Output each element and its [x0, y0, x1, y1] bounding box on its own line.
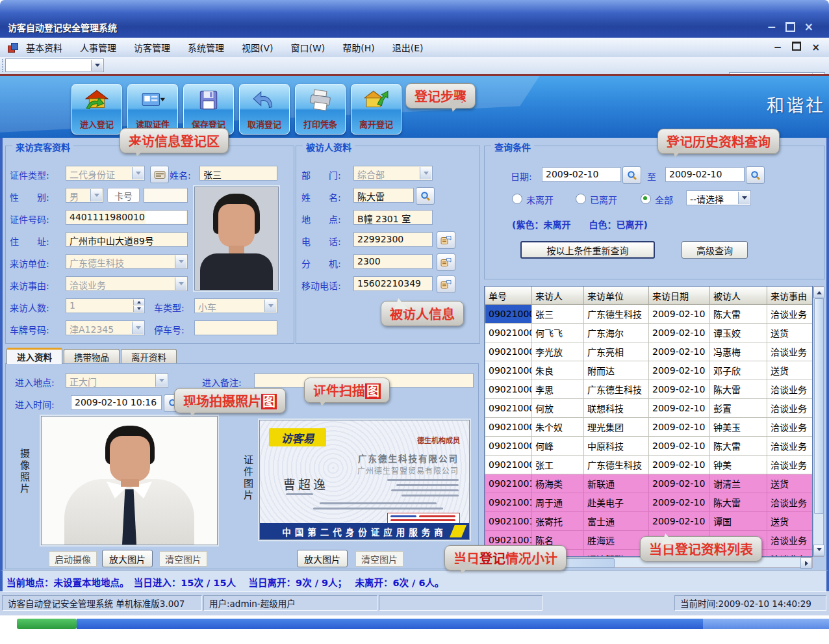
spin-down-icon[interactable]	[133, 306, 144, 312]
vscroll-thumb[interactable]	[814, 298, 824, 514]
date-from-picker-button[interactable]	[622, 166, 641, 184]
visited-name-input[interactable]: 陈大雷	[353, 188, 414, 203]
requery-button[interactable]: 按以上条件重新查询	[520, 241, 655, 259]
menu-visitor[interactable]: 访客管理	[134, 41, 170, 54]
radio-not-left[interactable]	[512, 194, 522, 204]
cert-no-input[interactable]: 4401111980010	[66, 210, 188, 225]
col-header[interactable]: 来访日期	[649, 287, 710, 305]
cancel-register-button[interactable]: 取消登记	[239, 84, 290, 135]
entry-time-input[interactable]: 2009-02-10 10:16	[71, 395, 162, 410]
date-from-input[interactable]: 2009-02-10	[542, 167, 621, 182]
table-row[interactable]: 090210003李光放广东亮相2009-02-10冯惠梅洽谈业务	[485, 342, 813, 361]
radio-left[interactable]	[576, 194, 586, 204]
start-camera-button[interactable]: 启动摄像	[49, 551, 97, 567]
idcard-company2: 广州德生智盟贸易有限公司	[357, 465, 459, 476]
printer-icon	[308, 89, 333, 111]
col-header[interactable]: 来访事由	[767, 287, 813, 305]
chevron-down-icon[interactable]	[91, 60, 103, 71]
col-header[interactable]: 来访单位	[584, 287, 649, 305]
dept-select[interactable]: 综合部	[353, 166, 433, 181]
table-row[interactable]: 090210005李思广东德生科技2009-02-10陈大雷洽谈业务	[485, 380, 813, 399]
read-id-button[interactable]: 读取证件	[127, 84, 178, 135]
card-reader-button[interactable]	[150, 166, 169, 183]
tel-input[interactable]: 22992300	[353, 232, 433, 247]
reason-select[interactable]: 洽谈业务	[66, 276, 188, 291]
mdi-close-icon[interactable]: ×	[811, 42, 820, 53]
scroll-right-icon[interactable]	[800, 558, 812, 569]
table-row[interactable]: 090210006何放联想科技2009-02-10彭置洽谈业务	[485, 399, 813, 418]
table-row[interactable]: 090210009张工广东德生科技2009-02-10钟美洽谈业务	[485, 456, 813, 474]
company-select[interactable]: 广东德生科技	[66, 254, 188, 269]
chevron-down-icon	[90, 189, 102, 201]
date-to-input[interactable]: 2009-02-10	[665, 167, 745, 182]
status-time: 当前时间:2009-02-10 14:40:29	[674, 595, 826, 611]
save-register-button[interactable]: 保存登记	[183, 84, 234, 135]
menu-hr[interactable]: 人事管理	[80, 41, 116, 54]
cert-type-select[interactable]: 二代身份证	[66, 166, 145, 181]
tab-entry-info[interactable]: 进入资料	[6, 348, 62, 364]
date-to-picker-button[interactable]	[746, 166, 765, 184]
id-scan-label: 证件图片	[241, 455, 255, 502]
quick-combo[interactable]	[5, 58, 104, 72]
mobile-input[interactable]: 15602210349	[353, 276, 433, 291]
scroll-up-icon[interactable]	[813, 287, 824, 298]
clear-photo-button[interactable]: 清空图片	[159, 551, 207, 567]
radio-all[interactable]	[641, 194, 651, 204]
table-row[interactable]: 090210001张三广东德生科技2009-02-10陈大雷洽谈业务	[485, 305, 813, 324]
mdi-restore-icon[interactable]	[792, 42, 801, 51]
card-no-button[interactable]: 卡号	[107, 188, 140, 203]
table-row[interactable]: 090210004朱良附而达2009-02-10邓子欣送货	[485, 361, 813, 380]
mdi-minimize-icon[interactable]: −	[774, 42, 782, 53]
table-row[interactable]: 090210012张寄托富士通2009-02-10谭国送货	[485, 512, 813, 531]
col-header[interactable]: 被访人	[710, 287, 767, 305]
scroll-down-icon[interactable]	[813, 545, 824, 556]
enter-register-button[interactable]: 进入登记	[71, 84, 122, 135]
card-no-input[interactable]	[144, 188, 188, 203]
cert-no-blur-patch	[146, 211, 186, 224]
call-ext-button[interactable]	[437, 253, 455, 271]
chevron-down-icon	[175, 277, 186, 290]
count-spinner[interactable]: 1	[66, 298, 145, 313]
car-type-select[interactable]: 小车	[194, 298, 277, 313]
advanced-query-button[interactable]: 高级查询	[682, 241, 748, 259]
tab-carried-items[interactable]: 携带物品	[64, 349, 120, 364]
query-select[interactable]: --请选择	[686, 190, 751, 205]
zoom-scan-button[interactable]: 放大图片	[297, 550, 348, 567]
visitor-name-input[interactable]: 张三	[199, 166, 277, 181]
print-slip-button[interactable]: 打印凭条	[295, 84, 346, 135]
zoom-photo-button[interactable]: 放大图片	[102, 550, 153, 567]
loc-input[interactable]: B幢 2301 室	[353, 210, 433, 225]
spin-up-icon[interactable]	[133, 300, 144, 305]
col-header[interactable]: 单号	[485, 287, 532, 305]
menu-help[interactable]: 帮助(H)	[342, 41, 374, 54]
tab-leave-info[interactable]: 离开资料	[121, 349, 177, 364]
table-row[interactable]: 090210011周于通赴美电子2009-02-10陈大雷洽谈业务	[485, 493, 813, 512]
menu-window[interactable]: 窗口(W)	[291, 41, 325, 54]
park-input[interactable]	[194, 320, 277, 335]
chevron-down-icon	[175, 255, 186, 268]
col-header[interactable]: 来访人	[532, 287, 584, 305]
table-row[interactable]: 090210010杨海类新联通2009-02-10谢清兰送货	[485, 474, 813, 493]
gender-select[interactable]: 男	[66, 188, 103, 203]
minimize-icon[interactable]: −	[767, 20, 776, 33]
chevron-down-icon	[420, 167, 431, 179]
table-row[interactable]: 090210007朱个奴理光集团2009-02-10钟美玉洽谈业务	[485, 418, 813, 437]
menu-exit[interactable]: 退出(E)	[392, 41, 424, 54]
menu-basic-data[interactable]: 基本资料	[26, 41, 62, 54]
close-icon[interactable]: ×	[804, 20, 813, 33]
call-mobile-button[interactable]	[437, 276, 455, 293]
menu-system[interactable]: 系统管理	[188, 41, 224, 54]
addr-input[interactable]: 广州市中山大道89号	[66, 232, 188, 247]
plate-select[interactable]: 津A12345	[66, 320, 145, 335]
menu-view[interactable]: 视图(V)	[242, 41, 274, 54]
search-person-button[interactable]	[416, 187, 435, 205]
ext-input[interactable]: 2300	[353, 254, 433, 269]
table-row[interactable]: 090210002何飞飞广东海尔2009-02-10谭玉姣送货	[485, 324, 813, 342]
restore-icon[interactable]	[785, 22, 795, 32]
entry-loc-select[interactable]: 正大门	[66, 373, 168, 388]
table-vscrollbar[interactable]	[813, 286, 824, 557]
leave-register-button[interactable]: 离开登记	[351, 84, 402, 135]
clear-scan-button[interactable]: 清空图片	[355, 551, 403, 567]
call-tel-button[interactable]	[437, 231, 455, 249]
table-row[interactable]: 090210008何峰中原科技2009-02-10陈大雷洽谈业务	[485, 437, 813, 456]
